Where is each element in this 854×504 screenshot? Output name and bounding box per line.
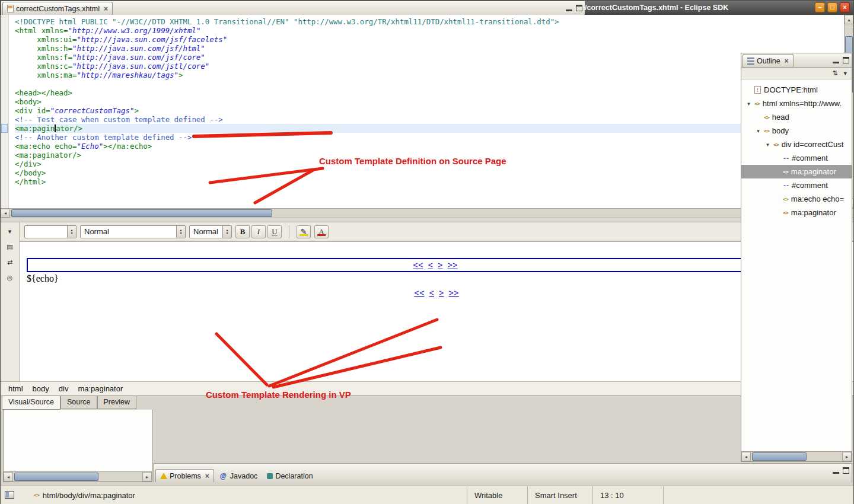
breadcrumb-item-body[interactable]: body [30,383,52,394]
vpe-menu-button[interactable]: ▾ [3,225,17,238]
italic-button[interactable]: I [251,225,266,238]
close-icon[interactable]: × [785,57,789,65]
font-combo[interactable]: Normal ▲▼ [189,225,232,238]
pagination-link-2[interactable]: > [439,288,444,298]
outline-tree[interactable]: !DOCTYPE:html▾<>html xmlns=http://www.<>… [741,79,852,451]
breadcrumb-item-html[interactable]: html [5,383,26,394]
tree-item-content: <>html xmlns=http://www. [753,98,852,109]
collapse-icon[interactable]: ▾ [745,101,753,107]
combo-spinner-icon[interactable]: ▲▼ [176,226,185,238]
editor-splitter[interactable] [1,218,853,222]
scroll-track[interactable] [751,452,842,461]
paragraph-combo[interactable]: Normal ▲▼ [80,225,186,238]
collapse-icon[interactable]: ▾ [764,142,772,148]
code-token: xmlns [42,26,63,35]
outline-item-comment[interactable]: --#comment [741,178,852,192]
vpe-tab-preview[interactable]: Preview [97,396,136,409]
pagination-link-3[interactable]: >> [448,260,458,270]
vpe-tab-source[interactable]: Source [60,396,97,409]
problems-tab-javadoc[interactable]: @Javadoc [214,469,263,482]
code-token: xmlns:c [37,62,68,71]
vpe-tab-visual-source[interactable]: Visual/Source [2,396,60,410]
breadcrumb-item-div[interactable]: div [56,383,72,394]
outline-item-head[interactable]: <>head [741,110,852,124]
problems-tab-problems[interactable]: Problems× [155,469,214,482]
scroll-left-icon[interactable]: ◂ [1,209,10,218]
code-line: <ma:paginator/> [15,151,844,160]
outline-hscrollbar[interactable]: ◂ ▸ [741,451,852,461]
underline-button[interactable]: U [267,225,282,238]
close-button[interactable]: × [840,2,850,12]
pagination-link-0[interactable]: << [413,260,423,270]
scroll-left-icon[interactable]: ◂ [4,472,13,481]
maximize-view-icon[interactable] [843,57,849,63]
scroll-left-icon[interactable]: ◂ [741,452,751,461]
pagination-link-0[interactable]: << [414,288,424,298]
combo-spinner-icon[interactable]: ▲▼ [222,226,231,238]
editor-hscrollbar[interactable]: ◂ ▸ [1,208,844,218]
bold-button[interactable]: B [235,225,250,238]
outline-panel: Outline× ⇅▾ !DOCTYPE:html▾<>html xmlns=h… [741,53,852,462]
outline-item-html-xmlns-http-www[interactable]: ▾<>html xmlns=http://www. [741,97,852,110]
code-line: <div id="correctCustomTags"> [15,106,844,115]
close-icon[interactable]: × [104,5,108,13]
outline-item-ma-paginator[interactable]: <>ma:paginator [741,206,852,219]
code-line: xmlns:f="http://java.sun.com/jsf/core" [15,53,844,62]
scroll-up-icon[interactable]: ▴ [845,15,853,24]
combo-spinner-icon[interactable]: ▲▼ [67,226,76,238]
minimize-view-icon[interactable] [566,5,572,11]
outline-item-ma-echo-echo[interactable]: <>ma:echo echo= [741,192,852,206]
echo-text[interactable]: ${echo} [27,273,59,284]
view-menu-button[interactable]: ▾ [843,69,847,77]
vpe-selection-bar-button[interactable]: ▤ [3,240,17,253]
source-editor[interactable]: <!DOCTYPE html PUBLIC "-//W3C//DTD XHTML… [1,15,853,218]
maximize-button[interactable]: □ [827,2,837,12]
sort-button[interactable]: ⇅ [832,69,837,77]
vpe-canvas[interactable]: <<<>>> ${echo} <<<>>> [20,241,853,381]
minimize-view-icon[interactable] [833,57,839,63]
package-explorer-hscrollbar[interactable]: ◂ ▸ [4,471,152,481]
vpe-page-design-options-button[interactable]: ◎ [3,271,17,284]
scroll-right-icon[interactable]: ▸ [142,472,152,481]
doctype-icon: ! [754,86,761,94]
code-token: ator/> [56,124,82,133]
code-area[interactable]: <!DOCTYPE html PUBLIC "-//W3C//DTD XHTML… [9,15,844,208]
minimize-view-icon[interactable] [833,467,839,474]
maximize-view-icon[interactable] [576,5,582,11]
style-combo[interactable]: ▲▼ [24,225,77,238]
collapse-icon[interactable]: ▾ [754,128,762,134]
scroll-track[interactable] [13,472,142,481]
editor-tab-correctcustomtags-xhtml[interactable]: correctCustomTags.xhtml× [2,2,113,15]
tree-item-content: <>ma:paginator [781,166,852,177]
element-icon: <> [764,128,769,134]
outline-item-div-id-correctcust[interactable]: ▾<>div id=correctCust [741,138,852,151]
tree-item-content: !DOCTYPE:html [753,84,852,95]
scroll-thumb[interactable] [11,209,272,217]
minimize-button[interactable]: – [815,2,825,12]
pagination-link-1[interactable]: < [428,260,433,270]
scroll-right-icon[interactable]: ▸ [842,452,852,461]
outline-tab-outline[interactable]: Outline× [743,54,794,67]
breadcrumb-item-ma-paginator[interactable]: ma:paginator [75,383,126,394]
outline-item-comment[interactable]: --#comment [741,151,852,165]
vpe-text-formatting-button[interactable]: ⇄ [3,256,17,269]
tree-item-content: --#comment [781,152,852,164]
scroll-thumb[interactable] [752,452,807,461]
pagination-link-2[interactable]: > [438,260,443,270]
close-icon[interactable]: × [205,472,209,480]
problems-tab-declaration[interactable]: Declaration [262,469,317,482]
outline-item-doctype-html[interactable]: !DOCTYPE:html [741,83,852,97]
maximize-view-icon[interactable] [843,467,849,474]
current-line-marker [1,124,8,133]
tree-item-label: html xmlns=http://www. [763,99,842,108]
pagination-link-3[interactable]: >> [449,288,459,298]
outline-item-body[interactable]: ▾<>body [741,124,852,138]
code-token [15,35,37,44]
scroll-thumb[interactable] [14,473,98,481]
font-color-button[interactable]: A [314,225,329,238]
scroll-track[interactable] [10,209,834,218]
pagination-link-1[interactable]: < [429,288,434,298]
fast-view-icon[interactable] [5,491,14,499]
highlight-color-button[interactable]: ✎ [297,225,311,238]
outline-item-ma-paginator[interactable]: <>ma:paginator [741,165,852,178]
